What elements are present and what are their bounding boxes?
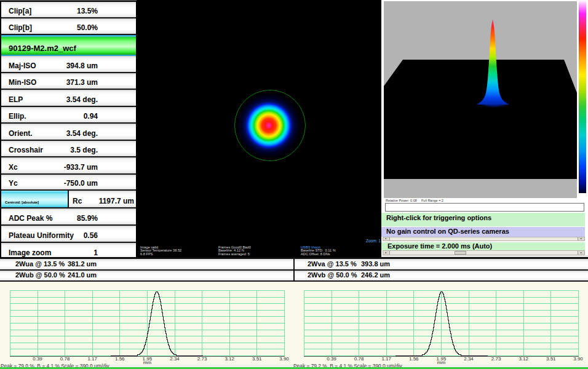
svg-text:3.51: 3.51 (546, 356, 556, 362)
svg-text:1.17: 1.17 (87, 356, 97, 362)
svg-text:3.90: 3.90 (573, 356, 583, 362)
svg-text:0.78: 0.78 (354, 356, 364, 362)
svg-text:0.78: 0.78 (60, 356, 70, 362)
svg-text:3.12: 3.12 (224, 356, 234, 362)
svg-text:0.39: 0.39 (327, 356, 336, 362)
svg-text:1.56: 1.56 (115, 356, 125, 362)
svg-text:0.39: 0.39 (33, 356, 42, 362)
svg-text:2.34: 2.34 (464, 356, 474, 362)
svg-text:1.17: 1.17 (381, 356, 391, 362)
svg-text:3.12: 3.12 (518, 356, 528, 362)
svg-text:1.56: 1.56 (409, 356, 419, 362)
svg-text:3.51: 3.51 (252, 356, 262, 362)
svg-text:2.34: 2.34 (170, 356, 180, 362)
svg-text:2.73: 2.73 (491, 356, 501, 362)
svg-text:3.90: 3.90 (279, 356, 289, 362)
svg-text:2.73: 2.73 (197, 356, 207, 362)
